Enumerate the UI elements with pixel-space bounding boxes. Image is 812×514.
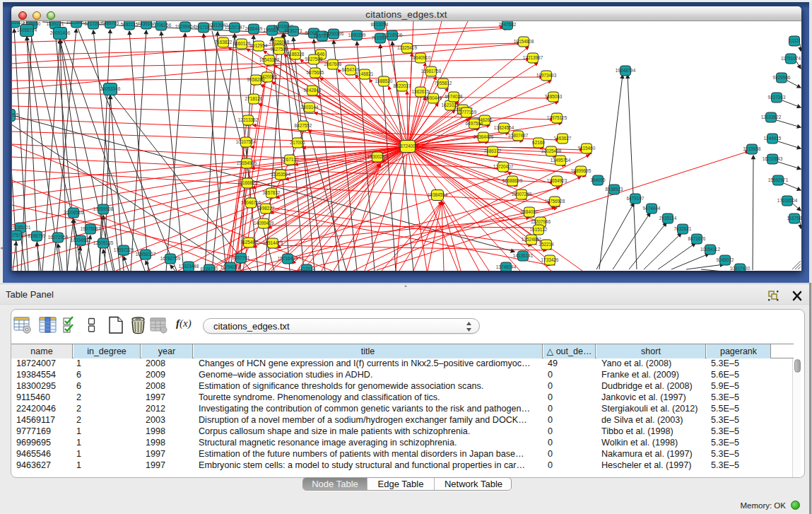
svg-text:7955812: 7955812 — [435, 81, 452, 86]
svg-text:26402655: 26402655 — [12, 112, 19, 117]
svg-text:8427552: 8427552 — [295, 123, 312, 128]
svg-text:6497564: 6497564 — [466, 121, 483, 126]
svg-text:14099489: 14099489 — [254, 221, 274, 226]
svg-text:15076749: 15076749 — [12, 233, 27, 238]
svg-text:2935114: 2935114 — [659, 216, 677, 221]
svg-text:116753: 116753 — [787, 216, 801, 221]
svg-text:10899695: 10899695 — [571, 168, 592, 173]
svg-text:9974028: 9974028 — [445, 94, 463, 99]
svg-text:9327508: 9327508 — [305, 57, 323, 62]
svg-text:1615132: 1615132 — [530, 227, 548, 232]
svg-text:19285201: 19285201 — [12, 225, 31, 230]
svg-text:21200396: 21200396 — [324, 31, 344, 36]
svg-text:11325419: 11325419 — [397, 45, 417, 50]
svg-text:9474444: 9474444 — [643, 206, 661, 211]
svg-text:16543382: 16543382 — [259, 57, 280, 62]
svg-text:8471676: 8471676 — [688, 236, 706, 241]
svg-text:19975887: 19975887 — [81, 226, 101, 231]
svg-text:23226058: 23226058 — [269, 40, 290, 45]
svg-text:10107554: 10107554 — [236, 139, 257, 144]
svg-text:15300213: 15300213 — [367, 154, 388, 159]
svg-text:11207946: 11207946 — [531, 219, 551, 224]
svg-text:62160: 62160 — [532, 140, 545, 145]
svg-text:17957225: 17957225 — [114, 247, 134, 252]
svg-text:17359938: 17359938 — [93, 206, 114, 211]
svg-text:9498222: 9498222 — [257, 206, 275, 211]
svg-text:9884067: 9884067 — [521, 209, 539, 214]
svg-text:19166825: 19166825 — [237, 180, 258, 185]
svg-text:8822037: 8822037 — [394, 83, 411, 88]
svg-text:9146821: 9146821 — [356, 71, 374, 76]
svg-text:14136141: 14136141 — [513, 253, 534, 258]
svg-text:12294238: 12294238 — [220, 264, 241, 269]
svg-text:9329966: 9329966 — [773, 75, 791, 80]
svg-text:15157347: 15157347 — [225, 25, 245, 30]
svg-text:10688609: 10688609 — [502, 178, 523, 183]
svg-text:8396759: 8396759 — [28, 233, 46, 238]
svg-text:12213987: 12213987 — [523, 55, 543, 60]
svg-text:10228452: 10228452 — [66, 21, 87, 25]
svg-text:10777169: 10777169 — [457, 110, 477, 115]
svg-text:12033822: 12033822 — [761, 115, 782, 119]
svg-text:13495764: 13495764 — [551, 158, 571, 163]
svg-text:20053346: 20053346 — [100, 86, 121, 91]
svg-text:9245072: 9245072 — [717, 257, 734, 262]
svg-text:8813054: 8813054 — [371, 22, 389, 27]
svg-text:10973493: 10973493 — [536, 73, 557, 78]
svg-text:18640910: 18640910 — [411, 55, 431, 60]
svg-text:15716485: 15716485 — [278, 256, 298, 261]
svg-text:23706266: 23706266 — [151, 23, 172, 28]
svg-text:5682115: 5682115 — [121, 22, 139, 27]
svg-text:12720407: 12720407 — [493, 164, 514, 169]
svg-text:13524851: 13524851 — [522, 237, 542, 242]
svg-text:3215958: 3215958 — [743, 146, 761, 151]
svg-text:2803144: 2803144 — [301, 105, 319, 110]
svg-text:8912954: 8912954 — [250, 43, 268, 48]
svg-text:217006: 217006 — [290, 140, 305, 145]
svg-text:7386372: 7386372 — [484, 148, 502, 153]
svg-text:20206516: 20206516 — [64, 210, 84, 215]
svg-text:8186328: 8186328 — [287, 52, 305, 57]
svg-text:6479197: 6479197 — [627, 196, 645, 201]
svg-text:8990448: 8990448 — [425, 95, 442, 100]
svg-text:2047682: 2047682 — [499, 22, 517, 27]
svg-text:18907249: 18907249 — [512, 192, 532, 197]
svg-text:10054112: 10054112 — [700, 247, 720, 252]
svg-text:12975125: 12975125 — [547, 115, 567, 120]
svg-text:10958107: 10958107 — [136, 252, 156, 257]
svg-text:16210643: 16210643 — [763, 156, 783, 161]
svg-text:19654985: 19654985 — [237, 160, 257, 165]
svg-text:16072954: 16072954 — [48, 235, 69, 240]
svg-text:2867608: 2867608 — [324, 62, 342, 66]
svg-text:10807487: 10807487 — [508, 133, 529, 138]
svg-text:19218506: 19218506 — [382, 33, 403, 37]
svg-text:1112: 1112 — [789, 38, 799, 43]
svg-text:17016504: 17016504 — [777, 198, 798, 203]
svg-text:10334531: 10334531 — [71, 238, 91, 243]
svg-text:1463627: 1463627 — [554, 136, 572, 141]
svg-text:7485063: 7485063 — [545, 94, 563, 99]
svg-text:1362615: 1362615 — [412, 89, 430, 94]
svg-text:7632621: 7632621 — [674, 226, 692, 231]
svg-text:15692971: 15692971 — [768, 177, 789, 182]
svg-text:3857832: 3857832 — [263, 190, 281, 195]
svg-text:3267130: 3267130 — [281, 157, 299, 162]
svg-text:1890399: 1890399 — [348, 33, 366, 37]
svg-text:9958289: 9958289 — [247, 77, 265, 82]
svg-text:18724007: 18724007 — [398, 144, 418, 148]
svg-text:1733426: 1733426 — [541, 257, 559, 262]
svg-text:9115460: 9115460 — [578, 146, 596, 151]
svg-text:13748244: 13748244 — [496, 264, 517, 269]
svg-text:11353594: 11353594 — [271, 172, 290, 177]
svg-text:13824554: 13824554 — [494, 125, 514, 130]
svg-text:4112034: 4112034 — [298, 267, 316, 271]
svg-text:2718126: 2718126 — [245, 96, 263, 101]
svg-text:20364436: 20364436 — [473, 134, 494, 139]
svg-text:1244415: 1244415 — [764, 136, 782, 141]
svg-text:16914479: 16914479 — [263, 240, 283, 245]
svg-text:12505135: 12505135 — [93, 240, 114, 245]
svg-text:16782759: 16782759 — [160, 256, 181, 261]
svg-text:10025438: 10025438 — [541, 148, 562, 153]
svg-text:12923448: 12923448 — [179, 264, 199, 269]
svg-text:8938923: 8938923 — [606, 187, 623, 192]
